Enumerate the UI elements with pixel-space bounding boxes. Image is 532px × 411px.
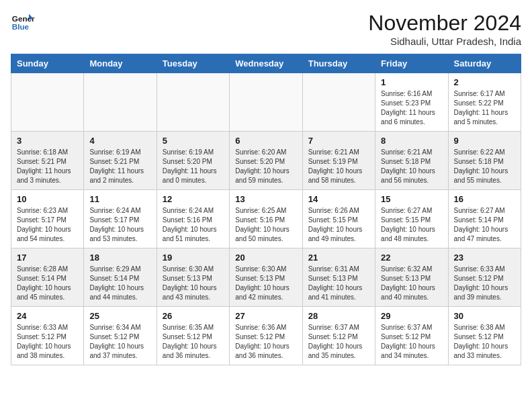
- svg-text:Blue: Blue: [12, 22, 30, 31]
- day-info: Sunrise: 6:26 AM Sunset: 5:15 PM Dayligh…: [308, 206, 369, 244]
- month-title: November 2024: [368, 11, 521, 36]
- weekday-header-thursday: Thursday: [302, 54, 375, 73]
- calendar-cell: [302, 73, 375, 132]
- day-number: 14: [308, 194, 369, 204]
- day-number: 9: [454, 136, 515, 146]
- day-info: Sunrise: 6:16 AM Sunset: 5:23 PM Dayligh…: [381, 89, 442, 127]
- day-info: Sunrise: 6:22 AM Sunset: 5:18 PM Dayligh…: [454, 148, 515, 185]
- location-subtitle: Sidhauli, Uttar Pradesh, India: [368, 36, 521, 47]
- calendar-cell: 13Sunrise: 6:25 AM Sunset: 5:16 PM Dayli…: [230, 190, 302, 248]
- calendar-cell: 1Sunrise: 6:16 AM Sunset: 5:23 PM Daylig…: [375, 73, 448, 132]
- day-info: Sunrise: 6:17 AM Sunset: 5:22 PM Dayligh…: [454, 89, 515, 127]
- calendar-cell: 17Sunrise: 6:28 AM Sunset: 5:14 PM Dayli…: [11, 248, 84, 307]
- calendar-cell: 20Sunrise: 6:30 AM Sunset: 5:13 PM Dayli…: [230, 248, 302, 307]
- calendar-cell: 6Sunrise: 6:20 AM Sunset: 5:20 PM Daylig…: [230, 132, 302, 190]
- day-info: Sunrise: 6:38 AM Sunset: 5:12 PM Dayligh…: [454, 323, 515, 361]
- week-row-4: 17Sunrise: 6:28 AM Sunset: 5:14 PM Dayli…: [11, 248, 521, 307]
- calendar-cell: 3Sunrise: 6:18 AM Sunset: 5:21 PM Daylig…: [11, 132, 84, 190]
- calendar-cell: 8Sunrise: 6:21 AM Sunset: 5:18 PM Daylig…: [375, 132, 448, 190]
- calendar-cell: 10Sunrise: 6:23 AM Sunset: 5:17 PM Dayli…: [11, 190, 84, 248]
- logo: General Blue: [11, 11, 35, 35]
- calendar-cell: [157, 73, 229, 132]
- calendar-cell: 2Sunrise: 6:17 AM Sunset: 5:22 PM Daylig…: [448, 73, 521, 132]
- weekday-header-tuesday: Tuesday: [157, 54, 229, 73]
- calendar-cell: 18Sunrise: 6:29 AM Sunset: 5:14 PM Dayli…: [84, 248, 157, 307]
- day-number: 1: [381, 77, 442, 87]
- day-info: Sunrise: 6:25 AM Sunset: 5:16 PM Dayligh…: [235, 206, 296, 244]
- day-info: Sunrise: 6:33 AM Sunset: 5:12 PM Dayligh…: [17, 323, 78, 361]
- day-info: Sunrise: 6:36 AM Sunset: 5:12 PM Dayligh…: [235, 323, 296, 361]
- day-info: Sunrise: 6:29 AM Sunset: 5:14 PM Dayligh…: [89, 265, 150, 302]
- weekday-header-friday: Friday: [375, 54, 448, 73]
- calendar-cell: 19Sunrise: 6:30 AM Sunset: 5:13 PM Dayli…: [157, 248, 229, 307]
- day-number: 29: [381, 311, 442, 321]
- day-number: 18: [89, 253, 150, 263]
- calendar-cell: 7Sunrise: 6:21 AM Sunset: 5:19 PM Daylig…: [302, 132, 375, 190]
- day-info: Sunrise: 6:27 AM Sunset: 5:15 PM Dayligh…: [381, 206, 442, 244]
- day-number: 26: [163, 311, 224, 321]
- day-info: Sunrise: 6:20 AM Sunset: 5:20 PM Dayligh…: [235, 148, 296, 185]
- calendar-cell: 29Sunrise: 6:37 AM Sunset: 5:12 PM Dayli…: [375, 307, 448, 365]
- calendar-cell: 22Sunrise: 6:32 AM Sunset: 5:13 PM Dayli…: [375, 248, 448, 307]
- calendar-cell: 16Sunrise: 6:27 AM Sunset: 5:14 PM Dayli…: [448, 190, 521, 248]
- header: General Blue November 2024 Sidhauli, Utt…: [11, 11, 521, 47]
- calendar-table: SundayMondayTuesdayWednesdayThursdayFrid…: [11, 54, 521, 365]
- day-number: 20: [235, 253, 296, 263]
- day-info: Sunrise: 6:33 AM Sunset: 5:12 PM Dayligh…: [454, 265, 515, 302]
- calendar-cell: 9Sunrise: 6:22 AM Sunset: 5:18 PM Daylig…: [448, 132, 521, 190]
- calendar-cell: [11, 73, 84, 132]
- calendar-cell: 23Sunrise: 6:33 AM Sunset: 5:12 PM Dayli…: [448, 248, 521, 307]
- week-row-2: 3Sunrise: 6:18 AM Sunset: 5:21 PM Daylig…: [11, 132, 521, 190]
- day-info: Sunrise: 6:24 AM Sunset: 5:17 PM Dayligh…: [89, 206, 150, 244]
- title-area: November 2024 Sidhauli, Uttar Pradesh, I…: [368, 11, 521, 47]
- day-number: 13: [235, 194, 296, 204]
- day-info: Sunrise: 6:31 AM Sunset: 5:13 PM Dayligh…: [308, 265, 369, 302]
- calendar-cell: 5Sunrise: 6:19 AM Sunset: 5:20 PM Daylig…: [157, 132, 229, 190]
- day-number: 7: [308, 136, 369, 146]
- day-info: Sunrise: 6:30 AM Sunset: 5:13 PM Dayligh…: [163, 265, 224, 302]
- day-info: Sunrise: 6:19 AM Sunset: 5:20 PM Dayligh…: [163, 148, 224, 185]
- calendar-cell: 21Sunrise: 6:31 AM Sunset: 5:13 PM Dayli…: [302, 248, 375, 307]
- weekday-header-wednesday: Wednesday: [230, 54, 302, 73]
- day-number: 2: [454, 77, 515, 87]
- day-info: Sunrise: 6:35 AM Sunset: 5:12 PM Dayligh…: [163, 323, 224, 361]
- weekday-header-sunday: Sunday: [11, 54, 84, 73]
- day-info: Sunrise: 6:24 AM Sunset: 5:16 PM Dayligh…: [163, 206, 224, 244]
- calendar-cell: 28Sunrise: 6:37 AM Sunset: 5:12 PM Dayli…: [302, 307, 375, 365]
- day-number: 23: [454, 253, 515, 263]
- day-info: Sunrise: 6:34 AM Sunset: 5:12 PM Dayligh…: [89, 323, 150, 361]
- day-number: 24: [17, 311, 78, 321]
- day-number: 21: [308, 253, 369, 263]
- day-number: 3: [17, 136, 78, 146]
- calendar-cell: 30Sunrise: 6:38 AM Sunset: 5:12 PM Dayli…: [448, 307, 521, 365]
- day-info: Sunrise: 6:19 AM Sunset: 5:21 PM Dayligh…: [89, 148, 150, 185]
- day-number: 28: [308, 311, 369, 321]
- logo-icon: General Blue: [11, 11, 35, 35]
- weekday-header-saturday: Saturday: [448, 54, 521, 73]
- day-number: 10: [17, 194, 78, 204]
- calendar-cell: 26Sunrise: 6:35 AM Sunset: 5:12 PM Dayli…: [157, 307, 229, 365]
- day-number: 15: [381, 194, 442, 204]
- calendar-cell: 11Sunrise: 6:24 AM Sunset: 5:17 PM Dayli…: [84, 190, 157, 248]
- day-number: 6: [235, 136, 296, 146]
- day-info: Sunrise: 6:32 AM Sunset: 5:13 PM Dayligh…: [381, 265, 442, 302]
- weekday-header-monday: Monday: [84, 54, 157, 73]
- day-number: 5: [163, 136, 224, 146]
- day-number: 19: [163, 253, 224, 263]
- day-number: 12: [163, 194, 224, 204]
- calendar-cell: 15Sunrise: 6:27 AM Sunset: 5:15 PM Dayli…: [375, 190, 448, 248]
- calendar-cell: 14Sunrise: 6:26 AM Sunset: 5:15 PM Dayli…: [302, 190, 375, 248]
- day-info: Sunrise: 6:18 AM Sunset: 5:21 PM Dayligh…: [17, 148, 78, 185]
- calendar-cell: [84, 73, 157, 132]
- week-row-3: 10Sunrise: 6:23 AM Sunset: 5:17 PM Dayli…: [11, 190, 521, 248]
- week-row-5: 24Sunrise: 6:33 AM Sunset: 5:12 PM Dayli…: [11, 307, 521, 365]
- day-info: Sunrise: 6:21 AM Sunset: 5:18 PM Dayligh…: [381, 148, 442, 185]
- day-number: 25: [89, 311, 150, 321]
- day-info: Sunrise: 6:30 AM Sunset: 5:13 PM Dayligh…: [235, 265, 296, 302]
- day-info: Sunrise: 6:28 AM Sunset: 5:14 PM Dayligh…: [17, 265, 78, 302]
- day-info: Sunrise: 6:21 AM Sunset: 5:19 PM Dayligh…: [308, 148, 369, 185]
- day-info: Sunrise: 6:27 AM Sunset: 5:14 PM Dayligh…: [454, 206, 515, 244]
- day-info: Sunrise: 6:37 AM Sunset: 5:12 PM Dayligh…: [308, 323, 369, 361]
- day-number: 30: [454, 311, 515, 321]
- week-row-1: 1Sunrise: 6:16 AM Sunset: 5:23 PM Daylig…: [11, 73, 521, 132]
